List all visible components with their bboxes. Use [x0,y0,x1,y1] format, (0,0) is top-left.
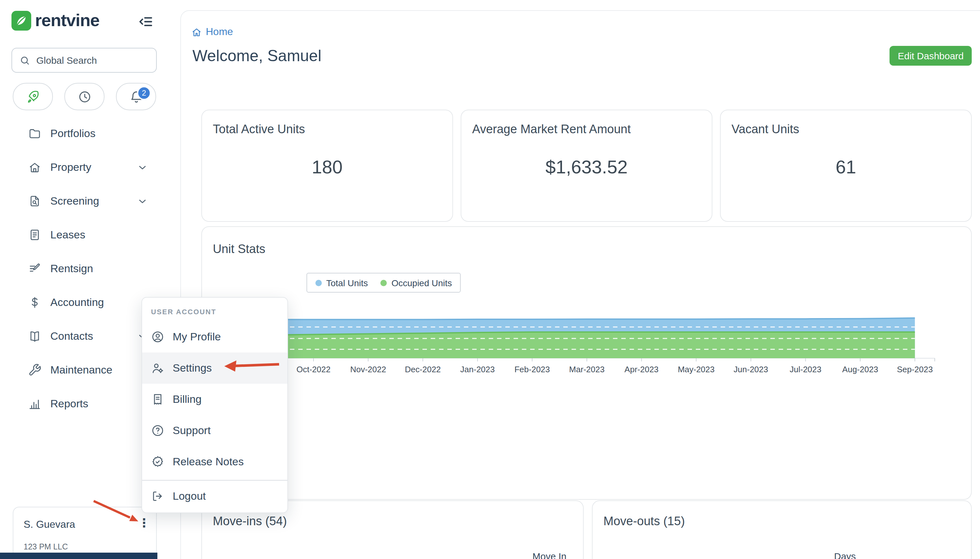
leaf-icon [12,11,31,31]
sidebar-item-property[interactable]: Property [0,150,180,184]
stat-value: 61 [721,157,971,178]
stat-label: Vacant Units [731,122,799,136]
legend-dot-green [381,280,387,286]
x-axis-label: Dec-2022 [405,365,441,374]
signature-pen-icon [28,262,41,275]
logout-icon [151,490,164,503]
sidebar-item-label: Maintenance [50,364,112,376]
app-window: Home Welcome, Samuel Edit Dashboard Tota… [0,0,980,559]
menu-header: USER ACCOUNT [142,298,287,321]
menu-item-settings[interactable]: Settings [142,352,287,384]
legend-dot-blue [315,280,322,286]
unit-stats-chart [224,311,942,370]
x-axis-label: May-2023 [678,365,714,374]
recent-activity-button[interactable] [64,83,104,110]
wrench-icon [28,363,41,377]
global-search [12,48,157,73]
x-axis-label: Jun-2023 [734,365,768,374]
menu-item-label: Release Notes [173,455,244,468]
x-axis-label: Aug-2023 [842,365,878,374]
stat-card-average-market-rent: Average Market Rent Amount $1,633.52 [461,110,713,222]
user-company: 123 PM LLC [23,542,68,551]
breadcrumb-label: Home [206,26,233,38]
chart-legend: Total Units Occupied Units [307,273,461,293]
menu-item-label: Support [173,424,211,437]
unit-stats-title: Unit Stats [213,242,266,256]
home-icon [191,26,202,37]
sidebar-item-label: Accounting [50,296,104,309]
x-axis-label: Mar-2023 [569,365,604,374]
sidebar-item-label: Property [50,161,91,174]
menu-item-label: My Profile [173,331,221,343]
search-input[interactable] [36,55,145,66]
legend-label: Total Units [326,278,368,288]
unit-stats-card: Unit Stats Total Units Occupied Units Oc… [201,226,972,500]
sidebar-bottom-bar [0,552,157,559]
stat-card-total-active-units: Total Active Units 180 [201,110,453,222]
sidebar-item-label: Screening [50,195,99,207]
move-ins-column-header: Move In [532,551,566,559]
sidebar-item-label: Contacts [50,330,93,342]
menu-item-my-profile[interactable]: My Profile [142,321,287,352]
house-icon [28,160,41,174]
menu-item-label: Billing [173,393,202,406]
sidebar-item-leases[interactable]: Leases [0,218,180,252]
stat-value: 180 [202,157,452,178]
sidebar-item-label: Leases [50,228,86,241]
move-ins-title: Move-ins (54) [213,514,287,528]
receipt-icon [151,393,164,406]
sidebar-item-rentsign[interactable]: Rentsign [0,252,180,286]
x-axis-label: Jul-2023 [790,365,822,374]
x-axis-label: Oct-2022 [297,365,331,374]
x-axis-label: Sep-2023 [897,365,933,374]
page-title: Welcome, Samuel [193,46,322,65]
user-name: S. Guevara [23,519,75,530]
book-icon [28,329,41,343]
collapse-menu-icon[interactable] [138,13,154,30]
x-axis-label: Apr-2023 [624,365,658,374]
search-icon [19,55,31,66]
sidebar-item-portfolios[interactable]: Portfolios [0,117,180,150]
sidebar-item-label: Rentsign [50,262,93,275]
chevron-down-icon [136,195,148,207]
quick-actions [13,83,156,110]
x-axis-labels: Oct-2022Nov-2022Dec-2022Jan-2023Feb-2023… [202,365,971,376]
menu-item-billing[interactable]: Billing [142,384,287,415]
stat-value: $1,633.52 [461,157,712,178]
user-account-menu: USER ACCOUNT My Profile Settings Billing… [142,297,288,513]
kebab-menu-icon[interactable]: ⋮ [134,513,153,532]
legend-item-occupied-units: Occupied Units [381,278,452,288]
legend-label: Occupied Units [391,278,452,288]
stat-label: Average Market Rent Amount [472,122,631,136]
legend-item-total-units: Total Units [315,278,368,288]
move-outs-column-header: Days [834,551,856,559]
menu-item-label: Settings [173,362,212,374]
sidebar-item-screening[interactable]: Screening [0,184,180,218]
x-axis-label: Nov-2022 [350,365,386,374]
bar-chart-icon [28,397,41,410]
chevron-down-icon [136,161,148,174]
question-circle-icon [151,424,164,437]
rocket-button[interactable] [13,83,53,110]
menu-item-logout[interactable]: Logout [142,481,287,512]
document-lines-icon [28,228,41,241]
stat-cards: Total Active Units 180 Average Market Re… [201,110,972,222]
move-outs-card: Move-outs (15) Days [592,500,972,559]
user-gear-icon [151,361,164,375]
clock-icon [78,89,91,104]
rocket-icon [26,89,40,104]
edit-dashboard-button[interactable]: Edit Dashboard [889,46,972,66]
notification-badge: 2 [137,86,151,100]
menu-item-support[interactable]: Support [142,415,287,446]
breadcrumb[interactable]: Home [191,26,233,38]
badge-check-icon [151,455,164,468]
move-outs-title: Move-outs (15) [604,514,685,528]
profile-circle-icon [151,330,164,344]
menu-item-label: Logout [173,490,206,503]
logo-text: rentvine [35,11,99,31]
notifications-button[interactable] [116,83,156,110]
folder-icon [28,127,41,140]
menu-item-release-notes[interactable]: Release Notes [142,446,287,477]
rentvine-logo[interactable]: rentvine [12,11,99,31]
stat-card-vacant-units: Vacant Units 61 [720,110,972,222]
